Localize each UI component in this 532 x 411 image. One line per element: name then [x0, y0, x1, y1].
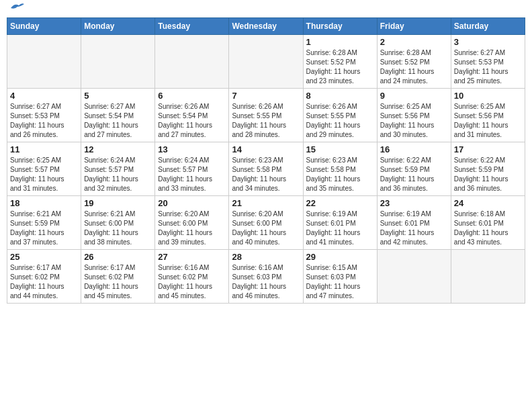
calendar-cell: 7Sunrise: 6:26 AM Sunset: 5:55 PM Daylig…	[229, 89, 303, 142]
day-number: 13	[158, 144, 226, 154]
day-number: 26	[84, 252, 152, 262]
day-info: Sunrise: 6:22 AM Sunset: 5:59 PM Dayligh…	[380, 156, 448, 193]
day-info: Sunrise: 6:28 AM Sunset: 5:52 PM Dayligh…	[380, 48, 448, 86]
calendar-cell: 25Sunrise: 6:17 AM Sunset: 6:02 PM Dayli…	[7, 250, 81, 304]
day-info: Sunrise: 6:23 AM Sunset: 5:58 PM Dayligh…	[232, 156, 300, 193]
day-number: 14	[232, 144, 300, 154]
day-info: Sunrise: 6:19 AM Sunset: 6:01 PM Dayligh…	[380, 210, 448, 247]
calendar-cell: 16Sunrise: 6:22 AM Sunset: 5:59 PM Dayli…	[377, 142, 451, 196]
day-info: Sunrise: 6:24 AM Sunset: 5:57 PM Dayligh…	[84, 156, 152, 193]
calendar-cell: 12Sunrise: 6:24 AM Sunset: 5:57 PM Dayli…	[81, 142, 155, 196]
calendar-cell: 8Sunrise: 6:26 AM Sunset: 5:55 PM Daylig…	[303, 89, 377, 142]
day-info: Sunrise: 6:26 AM Sunset: 5:54 PM Dayligh…	[158, 102, 226, 140]
calendar-cell: 21Sunrise: 6:20 AM Sunset: 6:00 PM Dayli…	[229, 196, 303, 250]
day-number: 11	[10, 144, 78, 154]
day-number: 16	[380, 144, 448, 154]
day-number: 7	[232, 91, 300, 101]
day-info: Sunrise: 6:26 AM Sunset: 5:55 PM Dayligh…	[232, 102, 300, 140]
calendar-cell: 14Sunrise: 6:23 AM Sunset: 5:58 PM Dayli…	[229, 142, 303, 196]
weekday-header: Thursday	[303, 18, 377, 35]
calendar-week-row: 4Sunrise: 6:27 AM Sunset: 5:53 PM Daylig…	[7, 89, 525, 142]
day-number: 29	[306, 252, 374, 262]
weekday-header-row: SundayMondayTuesdayWednesdayThursdayFrid…	[7, 18, 525, 35]
day-info: Sunrise: 6:21 AM Sunset: 6:00 PM Dayligh…	[84, 210, 152, 247]
day-info: Sunrise: 6:16 AM Sunset: 6:03 PM Dayligh…	[232, 263, 300, 301]
day-number: 21	[232, 198, 300, 208]
logo	[7, 7, 24, 13]
day-number: 3	[454, 37, 522, 47]
day-number: 19	[84, 198, 152, 208]
day-number: 5	[84, 91, 152, 101]
day-info: Sunrise: 6:27 AM Sunset: 5:53 PM Dayligh…	[454, 48, 522, 86]
calendar-table: SundayMondayTuesdayWednesdayThursdayFrid…	[7, 17, 525, 304]
calendar-cell: 20Sunrise: 6:20 AM Sunset: 6:00 PM Dayli…	[155, 196, 229, 250]
calendar-week-row: 18Sunrise: 6:21 AM Sunset: 5:59 PM Dayli…	[7, 196, 525, 250]
day-info: Sunrise: 6:25 AM Sunset: 5:56 PM Dayligh…	[454, 102, 522, 140]
day-info: Sunrise: 6:25 AM Sunset: 5:57 PM Dayligh…	[10, 156, 78, 193]
day-info: Sunrise: 6:26 AM Sunset: 5:55 PM Dayligh…	[306, 102, 374, 140]
calendar-cell: 27Sunrise: 6:16 AM Sunset: 6:02 PM Dayli…	[155, 250, 229, 304]
day-number: 6	[158, 91, 226, 101]
day-number: 20	[158, 198, 226, 208]
calendar-cell: 9Sunrise: 6:25 AM Sunset: 5:56 PM Daylig…	[377, 89, 451, 142]
day-number: 10	[454, 91, 522, 101]
day-number: 27	[158, 252, 226, 262]
day-number: 1	[306, 37, 374, 47]
day-info: Sunrise: 6:24 AM Sunset: 5:57 PM Dayligh…	[158, 156, 226, 193]
calendar-cell: 28Sunrise: 6:16 AM Sunset: 6:03 PM Dayli…	[229, 250, 303, 304]
calendar-cell	[451, 250, 525, 304]
calendar-cell: 11Sunrise: 6:25 AM Sunset: 5:57 PM Dayli…	[7, 142, 81, 196]
calendar-cell	[81, 35, 155, 89]
page-header	[7, 7, 525, 13]
calendar-cell	[229, 35, 303, 89]
day-info: Sunrise: 6:16 AM Sunset: 6:02 PM Dayligh…	[158, 263, 226, 301]
day-number: 2	[380, 37, 448, 47]
day-info: Sunrise: 6:23 AM Sunset: 5:58 PM Dayligh…	[306, 156, 374, 193]
calendar-cell: 23Sunrise: 6:19 AM Sunset: 6:01 PM Dayli…	[377, 196, 451, 250]
weekday-header: Wednesday	[229, 18, 303, 35]
day-number: 12	[84, 144, 152, 154]
calendar-cell: 2Sunrise: 6:28 AM Sunset: 5:52 PM Daylig…	[377, 35, 451, 89]
calendar-cell: 18Sunrise: 6:21 AM Sunset: 5:59 PM Dayli…	[7, 196, 81, 250]
day-info: Sunrise: 6:22 AM Sunset: 5:59 PM Dayligh…	[454, 156, 522, 193]
weekday-header: Tuesday	[155, 18, 229, 35]
day-number: 18	[10, 198, 78, 208]
calendar-cell	[155, 35, 229, 89]
calendar-cell	[7, 35, 81, 89]
day-info: Sunrise: 6:27 AM Sunset: 5:54 PM Dayligh…	[84, 102, 152, 140]
calendar-cell: 10Sunrise: 6:25 AM Sunset: 5:56 PM Dayli…	[451, 89, 525, 142]
day-info: Sunrise: 6:18 AM Sunset: 6:01 PM Dayligh…	[454, 210, 522, 247]
calendar-cell: 3Sunrise: 6:27 AM Sunset: 5:53 PM Daylig…	[451, 35, 525, 89]
calendar-cell: 24Sunrise: 6:18 AM Sunset: 6:01 PM Dayli…	[451, 196, 525, 250]
day-info: Sunrise: 6:19 AM Sunset: 6:01 PM Dayligh…	[306, 210, 374, 247]
day-number: 15	[306, 144, 374, 154]
calendar-week-row: 11Sunrise: 6:25 AM Sunset: 5:57 PM Dayli…	[7, 142, 525, 196]
calendar-cell: 17Sunrise: 6:22 AM Sunset: 5:59 PM Dayli…	[451, 142, 525, 196]
day-info: Sunrise: 6:20 AM Sunset: 6:00 PM Dayligh…	[232, 210, 300, 247]
weekday-header: Saturday	[451, 18, 525, 35]
logo-bird-icon	[9, 1, 24, 13]
day-number: 23	[380, 198, 448, 208]
calendar-cell: 19Sunrise: 6:21 AM Sunset: 6:00 PM Dayli…	[81, 196, 155, 250]
day-number: 9	[380, 91, 448, 101]
weekday-header: Friday	[377, 18, 451, 35]
calendar-cell: 5Sunrise: 6:27 AM Sunset: 5:54 PM Daylig…	[81, 89, 155, 142]
calendar-cell: 4Sunrise: 6:27 AM Sunset: 5:53 PM Daylig…	[7, 89, 81, 142]
day-info: Sunrise: 6:27 AM Sunset: 5:53 PM Dayligh…	[10, 102, 78, 140]
day-number: 17	[454, 144, 522, 154]
day-number: 8	[306, 91, 374, 101]
calendar-cell: 6Sunrise: 6:26 AM Sunset: 5:54 PM Daylig…	[155, 89, 229, 142]
day-number: 4	[10, 91, 78, 101]
calendar-week-row: 1Sunrise: 6:28 AM Sunset: 5:52 PM Daylig…	[7, 35, 525, 89]
weekday-header: Monday	[81, 18, 155, 35]
day-number: 22	[306, 198, 374, 208]
calendar-cell: 13Sunrise: 6:24 AM Sunset: 5:57 PM Dayli…	[155, 142, 229, 196]
day-info: Sunrise: 6:15 AM Sunset: 6:03 PM Dayligh…	[306, 263, 374, 301]
calendar-week-row: 25Sunrise: 6:17 AM Sunset: 6:02 PM Dayli…	[7, 250, 525, 304]
weekday-header: Sunday	[7, 18, 81, 35]
day-number: 28	[232, 252, 300, 262]
calendar-cell: 29Sunrise: 6:15 AM Sunset: 6:03 PM Dayli…	[303, 250, 377, 304]
day-info: Sunrise: 6:25 AM Sunset: 5:56 PM Dayligh…	[380, 102, 448, 140]
calendar-cell: 22Sunrise: 6:19 AM Sunset: 6:01 PM Dayli…	[303, 196, 377, 250]
day-info: Sunrise: 6:17 AM Sunset: 6:02 PM Dayligh…	[84, 263, 152, 301]
